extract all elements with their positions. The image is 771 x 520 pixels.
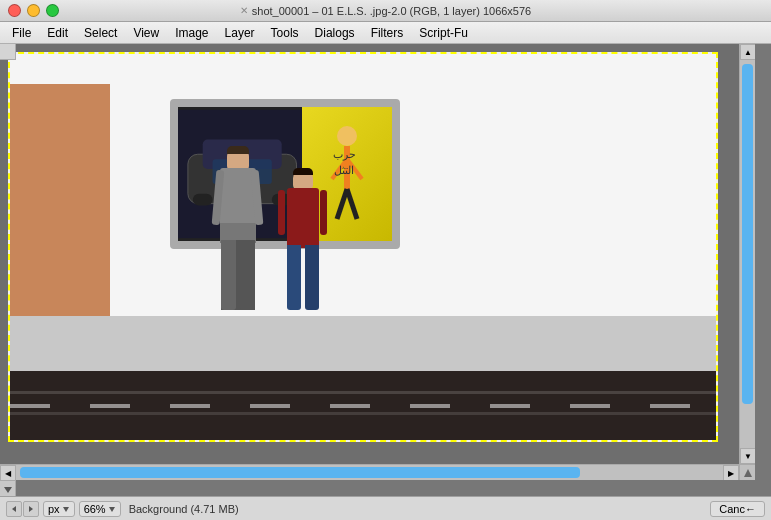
menu-file[interactable]: File (4, 24, 39, 42)
menu-edit[interactable]: Edit (39, 24, 76, 42)
layer-name: Background (4.71 MB) (125, 503, 243, 515)
vertical-scrollbar[interactable]: ▲ ▼ (739, 44, 755, 464)
maximize-button[interactable] (46, 4, 59, 17)
menu-tools[interactable]: Tools (263, 24, 307, 42)
brown-panel (10, 84, 110, 344)
person-1 (210, 146, 265, 316)
svg-marker-52 (12, 506, 16, 512)
canvas-wrapper: حرب التثل (0, 44, 755, 480)
window-title: ✕ shot_00001 – 01 E.L.S. .jpg-2.0 (RGB, … (240, 5, 531, 17)
scroll-arrow-up[interactable]: ▲ (740, 44, 755, 60)
zoom-dropdown[interactable]: 66% (79, 501, 121, 517)
unit-label: px (48, 503, 60, 515)
person2-body (287, 188, 319, 248)
svg-marker-51 (4, 487, 12, 493)
person1-leg-right (240, 240, 255, 310)
person1-leg-left (221, 240, 236, 310)
svg-marker-55 (109, 507, 115, 512)
nav-right-button[interactable] (23, 501, 39, 517)
person2-hair (293, 168, 313, 175)
cancel-button[interactable]: Canc← (710, 501, 765, 517)
scroll-arrow-right[interactable]: ▶ (723, 465, 739, 480)
minimize-button[interactable] (27, 4, 40, 17)
horizontal-scrollbar[interactable]: ◀ ▶ (0, 464, 739, 480)
menu-dialogs[interactable]: Dialogs (307, 24, 363, 42)
menu-layer[interactable]: Layer (217, 24, 263, 42)
road-line-2 (10, 412, 716, 415)
svg-line-49 (347, 189, 357, 219)
svg-marker-54 (63, 507, 69, 512)
workspace: 0 250 500 750 1000 (0, 44, 771, 496)
road-line-1 (10, 391, 716, 394)
person1-hair (227, 146, 249, 154)
window-controls (0, 4, 59, 17)
person2-leg-right (305, 245, 319, 310)
menu-filters[interactable]: Filters (363, 24, 412, 42)
scroll-arrow-left[interactable]: ◀ (0, 465, 16, 480)
nav-left-button[interactable] (6, 501, 22, 517)
person1-legs (221, 240, 255, 310)
menu-image[interactable]: Image (167, 24, 216, 42)
menu-scriptfu[interactable]: Script-Fu (411, 24, 476, 42)
svg-point-44 (337, 126, 357, 146)
title-bar: ✕ shot_00001 – 01 E.L.S. .jpg-2.0 (RGB, … (0, 0, 771, 22)
person-2 (275, 168, 330, 316)
zoom-dropdown-arrow (108, 505, 116, 513)
road (10, 371, 716, 440)
floor (10, 316, 716, 370)
image-canvas: حرب التثل (8, 52, 718, 442)
tv-arabic-line1: حرب (301, 147, 387, 162)
unit-dropdown[interactable]: px (43, 501, 75, 517)
person2-arm-right (320, 190, 327, 235)
person2-leg-left (287, 245, 301, 310)
nav-arrows-area[interactable] (0, 480, 16, 496)
scroll-thumb-horizontal[interactable] (20, 467, 580, 478)
ruler-corner (0, 44, 16, 60)
road-center-line (10, 404, 716, 408)
svg-marker-53 (29, 506, 33, 512)
scroll-thumb-vertical[interactable] (742, 64, 753, 404)
scene: حرب التثل (10, 54, 716, 440)
close-button[interactable] (8, 4, 21, 17)
svg-marker-50 (744, 469, 752, 477)
menu-view[interactable]: View (125, 24, 167, 42)
person2-arm-left (278, 190, 285, 235)
person1-body (220, 168, 256, 243)
person2-legs (287, 245, 319, 310)
menu-select[interactable]: Select (76, 24, 125, 42)
menu-bar: File Edit Select View Image Layer Tools … (0, 22, 771, 44)
title-label: shot_00001 – 01 E.L.S. .jpg-2.0 (RGB, 1 … (252, 5, 531, 17)
nav-area (6, 501, 39, 517)
status-bar: px 66% Background (4.71 MB) Canc← (0, 496, 771, 520)
scrollbar-corner (739, 464, 755, 480)
unit-dropdown-arrow (62, 505, 70, 513)
scroll-arrow-down[interactable]: ▼ (740, 448, 755, 464)
title-icon: ✕ (240, 5, 248, 16)
svg-line-48 (337, 189, 347, 219)
zoom-label: 66% (84, 503, 106, 515)
